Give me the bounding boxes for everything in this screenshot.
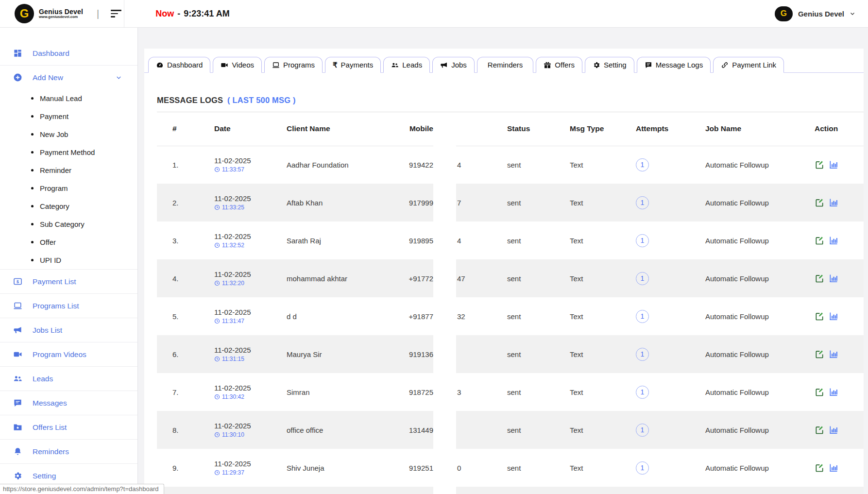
edit-action-button[interactable]: [815, 311, 824, 321]
tab-leads[interactable]: Leads: [383, 57, 430, 73]
user-menu[interactable]: G Genius Devel: [775, 6, 868, 21]
msg-type-value: Text: [563, 146, 627, 184]
content-card: DashboardVideosPrograms₹PaymentsLeadsJob…: [144, 49, 864, 494]
chart-action-button[interactable]: [829, 387, 838, 397]
sidebar-item-jobs-list[interactable]: Jobs List: [0, 318, 137, 342]
date-cell: 11-02-202511:32:52: [200, 221, 272, 259]
chart-action-button[interactable]: [829, 349, 838, 359]
table-row: 3.11-02-202511:32:52Sarath Raj9198954sen…: [157, 221, 864, 259]
sidebar-item-new-job[interactable]: New Job: [0, 125, 137, 143]
edit-action-button[interactable]: [815, 273, 824, 283]
tab-dashboard[interactable]: Dashboard: [148, 57, 210, 73]
sidebar-item-payment-list[interactable]: $Payment List: [0, 270, 137, 293]
sidebar-item-reminders[interactable]: Reminders: [0, 440, 137, 463]
attempts-badge[interactable]: 1: [636, 461, 649, 475]
chart-action-button[interactable]: [829, 198, 838, 207]
gear-icon: [13, 471, 22, 480]
sidebar-item-upi-id[interactable]: UPI ID: [0, 251, 137, 269]
chart-action-button[interactable]: [829, 425, 838, 435]
mobile-tail-fragment: 32: [457, 312, 465, 321]
sidebar-item-programs-list[interactable]: Programs List: [0, 294, 137, 318]
tab-payment-link[interactable]: Payment Link: [713, 57, 784, 73]
table-row: 8.11-02-202511:30:10office office131449s…: [157, 411, 864, 449]
sidebar-item-label: Offers List: [33, 423, 67, 432]
mobile-value: +91877: [409, 312, 433, 321]
edit-action-button[interactable]: [815, 387, 824, 397]
bullet-icon: [31, 187, 34, 189]
sidebar-item-dashboard[interactable]: Dashboard: [0, 41, 137, 65]
sidebar-item-category[interactable]: Category: [0, 197, 137, 215]
sidebar-item-manual-lead[interactable]: Manual Lead: [0, 89, 137, 107]
edit-action-button[interactable]: [815, 160, 824, 170]
brand[interactable]: G Genius Devel www.geniusdevel.com: [0, 4, 83, 23]
bullet-icon: [31, 169, 34, 171]
mobile-value: 131449: [409, 426, 433, 434]
attempts-badge[interactable]: 1: [636, 158, 649, 171]
edit-action-button[interactable]: [815, 198, 824, 207]
tab-setting[interactable]: Setting: [585, 57, 634, 73]
date-cell: 11-02-202511:33:25: [200, 184, 272, 221]
bullet-icon: [31, 115, 34, 118]
attempts-badge[interactable]: 1: [636, 424, 649, 437]
date-value: 11-02-2025: [214, 346, 272, 354]
sidebar-item-payment[interactable]: Payment: [0, 107, 137, 125]
edit-action-button[interactable]: [815, 236, 824, 245]
attempts-badge[interactable]: 1: [636, 272, 649, 285]
date-cell: 11-02-202511:31:47: [200, 297, 272, 335]
attempts-cell: 1: [627, 449, 695, 487]
speedometer-icon: [156, 61, 164, 69]
mobile-value: 917999: [409, 199, 433, 207]
date-cell: 11-02-202511:29:37: [200, 449, 272, 487]
laptop-icon: [272, 61, 280, 69]
attempts-badge[interactable]: 1: [636, 386, 649, 399]
chart-action-button[interactable]: [829, 463, 838, 473]
sidebar-item-payment-method[interactable]: Payment Method: [0, 143, 137, 161]
mobile-tail-fragment: 7: [457, 199, 461, 207]
attempts-cell: 1: [627, 373, 695, 411]
edit-action-button[interactable]: [815, 463, 824, 473]
video-icon: [221, 61, 228, 69]
sidebar-item-program[interactable]: Program: [0, 179, 137, 197]
clock-display: Now - 9:23:41 AM: [155, 9, 229, 19]
table-row: 6.11-02-202511:31:15Maurya Sir919136sent…: [157, 335, 864, 373]
sidebar-item-program-videos[interactable]: Program Videos: [0, 342, 137, 366]
attempts-badge[interactable]: 1: [636, 196, 649, 209]
chart-action-button[interactable]: [829, 273, 838, 283]
action-cell: [801, 184, 864, 221]
tab-videos[interactable]: Videos: [213, 57, 262, 73]
sidebar-item-label: Program Videos: [33, 350, 86, 359]
tab-label: Videos: [232, 61, 254, 69]
mobile-tail-fragment: 4: [457, 161, 461, 169]
tab-payments[interactable]: ₹Payments: [325, 57, 381, 73]
tab-message-logs[interactable]: Message Logs: [637, 57, 711, 73]
chart-action-button[interactable]: [829, 311, 838, 321]
edit-action-button[interactable]: [815, 349, 824, 359]
sidebar-item-sub-category[interactable]: Sub Category: [0, 215, 137, 233]
menu-toggle-icon[interactable]: [111, 10, 121, 17]
tab-offers[interactable]: Offers: [536, 57, 582, 73]
attempts-badge[interactable]: 1: [636, 348, 649, 361]
megaphone-icon: [440, 61, 448, 69]
attempts-cell: 1: [627, 297, 695, 335]
sidebar-item-add-new[interactable]: Add New: [0, 66, 137, 89]
tab-reminders[interactable]: Reminders: [477, 57, 534, 73]
date-value: 11-02-2025: [214, 156, 272, 165]
sidebar-item-reminder[interactable]: Reminder: [0, 161, 137, 179]
table-row: 9.11-02-202511:29:37Shiv Juneja9192510se…: [157, 449, 864, 487]
attempts-badge[interactable]: 1: [636, 234, 649, 247]
action-buttons: [815, 425, 864, 435]
chart-action-button[interactable]: [829, 236, 838, 245]
attempts-badge[interactable]: 1: [636, 310, 649, 323]
sidebar-item-offers-list[interactable]: Offers List: [0, 415, 137, 439]
date-value: 11-02-2025: [214, 194, 272, 203]
sidebar-item-messages[interactable]: Messages: [0, 391, 137, 415]
sidebar-item-offer[interactable]: Offer: [0, 233, 137, 251]
tab-programs[interactable]: Programs: [264, 57, 323, 73]
time-value: 11:31:47: [214, 318, 272, 324]
sidebar-item-leads[interactable]: Leads: [0, 367, 137, 391]
chart-action-button[interactable]: [829, 160, 838, 170]
tab-jobs[interactable]: Jobs: [432, 57, 475, 73]
edit-action-button[interactable]: [815, 425, 824, 435]
bell-icon: [13, 447, 22, 456]
clock-icon: [214, 356, 220, 362]
